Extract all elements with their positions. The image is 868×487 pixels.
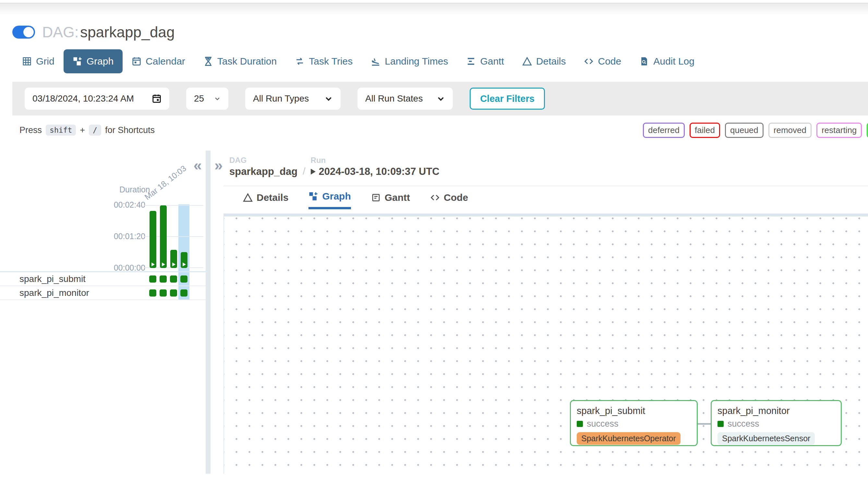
detail-tab-details[interactable]: Details bbox=[243, 191, 288, 209]
breadcrumb-dag-value[interactable]: sparkapp_dag bbox=[229, 166, 298, 178]
breadcrumb-run-label: Run bbox=[311, 156, 439, 165]
operator-pill: SparkKubernetesOperator bbox=[577, 432, 681, 445]
calendar-input-icon[interactable] bbox=[152, 94, 161, 103]
calendar-icon bbox=[132, 57, 142, 66]
detail-tab-gantt[interactable]: Gantt bbox=[371, 191, 410, 209]
legend-badge-removed[interactable]: removed bbox=[768, 123, 812, 138]
task-instance-square[interactable] bbox=[149, 290, 156, 297]
tab-label: Landing Times bbox=[385, 56, 448, 67]
chevron-down-icon bbox=[324, 94, 333, 103]
tab-label: Task Duration bbox=[217, 56, 277, 67]
run-duration-bar[interactable] bbox=[181, 252, 187, 268]
run-types-select[interactable]: All Run Types bbox=[245, 88, 341, 110]
tab-label: Audit Log bbox=[653, 56, 694, 67]
legend-badge-restarting[interactable]: restarting bbox=[816, 123, 862, 138]
tab-details[interactable]: Details bbox=[513, 49, 575, 73]
task-instance-square[interactable] bbox=[160, 290, 167, 297]
gridline bbox=[144, 205, 204, 206]
tab-grid[interactable]: Grid bbox=[13, 49, 64, 73]
task-instance-square[interactable] bbox=[180, 290, 187, 297]
chevron-down-icon bbox=[214, 95, 221, 102]
legend-badge-queued[interactable]: queued bbox=[725, 123, 764, 138]
clear-filters-button[interactable]: Clear Filters bbox=[470, 88, 545, 110]
tab-label: Graph bbox=[87, 56, 114, 67]
page-title-prefix: DAG: bbox=[42, 24, 79, 40]
shift-key: shift bbox=[46, 125, 76, 135]
audit-log-icon bbox=[639, 57, 649, 66]
shortcuts-text: Press bbox=[20, 125, 42, 135]
legend-badge-running[interactable]: running bbox=[867, 123, 868, 138]
tab-label: Code bbox=[444, 192, 468, 203]
shortcuts-text: for Shortcuts bbox=[105, 125, 155, 135]
task-instance-squares bbox=[149, 272, 187, 285]
warning-triangle-icon bbox=[243, 193, 253, 203]
breadcrumb-run-value[interactable]: 2024-03-18, 10:09:37 UTC bbox=[311, 166, 439, 178]
run-column-label: Mar 18, 10:03 bbox=[143, 148, 208, 202]
duration-bar-chart bbox=[148, 205, 204, 268]
run-types-value: All Run Types bbox=[253, 93, 309, 104]
task-instance-square[interactable] bbox=[170, 275, 177, 283]
tab-graph[interactable]: Graph bbox=[64, 49, 123, 73]
graph-node-spark-pi-monitor[interactable]: spark_pi_monitor success SparkKubernetes… bbox=[711, 400, 842, 446]
play-icon bbox=[162, 263, 165, 266]
run-duration-bar[interactable] bbox=[160, 205, 167, 268]
tab-calendar[interactable]: Calendar bbox=[123, 49, 194, 73]
breadcrumb-dag-label: DAG bbox=[229, 156, 298, 165]
task-instance-square[interactable] bbox=[180, 275, 187, 283]
task-instance-square[interactable] bbox=[149, 275, 156, 283]
task-instance-square[interactable] bbox=[170, 290, 177, 297]
tab-label: Grid bbox=[36, 56, 55, 67]
run-states-select[interactable]: All Run States bbox=[358, 88, 453, 110]
run-duration-bar[interactable] bbox=[170, 250, 177, 268]
grid-icon bbox=[22, 57, 32, 66]
run-duration-bar[interactable] bbox=[150, 211, 156, 268]
main-tabbar: Grid Graph Calendar Task Duration Task T… bbox=[13, 49, 868, 73]
tab-audit-log[interactable]: Audit Log bbox=[630, 49, 704, 73]
grid-panel: « Duration Mar 18, 10:03 00:02:40 00:01:… bbox=[0, 151, 206, 474]
tab-task-duration[interactable]: Task Duration bbox=[194, 49, 286, 73]
tab-code[interactable]: Code bbox=[575, 49, 630, 73]
ytick-label: 00:02:40 bbox=[113, 200, 145, 210]
date-filter-input[interactable]: 03/18/2024, 10:23:24 AM bbox=[25, 88, 169, 110]
task-edge bbox=[698, 423, 711, 425]
expand-right-icon[interactable]: » bbox=[214, 158, 223, 173]
page-size-select[interactable]: 25 bbox=[186, 88, 228, 110]
tab-gantt[interactable]: Gantt bbox=[457, 49, 513, 73]
dag-graph-canvas[interactable]: spark_pi_submit success SparkKubernetesO… bbox=[223, 213, 868, 474]
task-instance-square[interactable] bbox=[160, 275, 167, 283]
tab-task-tries[interactable]: Task Tries bbox=[286, 49, 362, 73]
node-status: success bbox=[577, 419, 691, 429]
legend-badge-failed[interactable]: failed bbox=[690, 123, 720, 138]
task-name: spark_pi_monitor bbox=[0, 288, 89, 298]
tab-label: Details bbox=[256, 192, 288, 203]
dag-pause-toggle[interactable] bbox=[12, 26, 35, 39]
node-state: success bbox=[587, 419, 619, 429]
task-row-spark-pi-submit[interactable]: spark_pi_submit bbox=[0, 272, 206, 286]
page-size-value: 25 bbox=[194, 93, 204, 104]
task-row-spark-pi-monitor[interactable]: spark_pi_monitor bbox=[0, 286, 206, 300]
landing-icon bbox=[371, 57, 380, 66]
node-title: spark_pi_submit bbox=[577, 405, 691, 416]
state-legend: deferred failed queued removed restartin… bbox=[643, 123, 868, 138]
run-detail-panel: » DAG sparkapp_dag / Run 2024-03-18, 10:… bbox=[211, 151, 868, 474]
node-status: success bbox=[717, 419, 835, 429]
page-title: sparkapp_dag bbox=[80, 24, 175, 40]
retry-icon bbox=[295, 57, 305, 66]
tab-label: Details bbox=[536, 56, 566, 67]
shortcuts-plus: + bbox=[80, 125, 85, 135]
detail-tab-code[interactable]: Code bbox=[430, 191, 468, 209]
success-square-icon bbox=[577, 421, 583, 427]
panel-resize-divider[interactable] bbox=[206, 151, 211, 474]
toggle-knob bbox=[23, 27, 34, 37]
tab-landing-times[interactable]: Landing Times bbox=[362, 49, 457, 73]
date-filter-value: 03/18/2024, 10:23:24 AM bbox=[32, 93, 134, 104]
operator-pill: SparkKubernetesSensor bbox=[717, 432, 815, 445]
legend-badge-deferred[interactable]: deferred bbox=[643, 123, 685, 138]
graph-node-spark-pi-submit[interactable]: spark_pi_submit success SparkKubernetesO… bbox=[570, 400, 698, 446]
breadcrumb-separator: / bbox=[303, 166, 305, 178]
tab-label: Code bbox=[598, 56, 621, 67]
filter-bar: 03/18/2024, 10:23:24 AM 25 All Run Types… bbox=[12, 82, 868, 116]
node-state: success bbox=[727, 419, 760, 429]
gantt-bars-icon bbox=[466, 57, 476, 66]
detail-tab-graph[interactable]: Graph bbox=[308, 191, 351, 209]
